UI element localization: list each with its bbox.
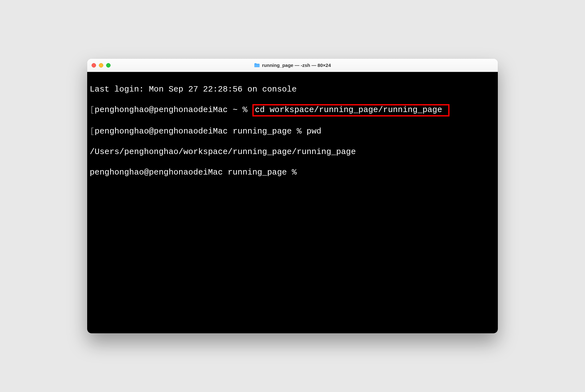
terminal-window: running_page — -zsh — 80×24 Last login: …: [87, 59, 498, 333]
terminal-body[interactable]: Last login: Mon Sep 27 22:28:56 on conso…: [87, 72, 498, 333]
highlighted-command: cd workspace/running_page/running_page: [252, 104, 450, 117]
bracket-open: [: [90, 127, 95, 136]
traffic-lights: [92, 63, 111, 68]
titlebar[interactable]: running_page — -zsh — 80×24: [87, 59, 498, 72]
terminal-output-line: Last login: Mon Sep 27 22:28:56 on conso…: [90, 84, 495, 95]
prompt-text: penghonghao@penghonaodeiMac ~ %: [95, 105, 252, 115]
window-title-text: running_page — -zsh — 80×24: [262, 62, 331, 68]
terminal-prompt-line[interactable]: penghonghao@penghonaodeiMac running_page…: [90, 167, 495, 178]
prompt-text: penghonghao@penghonaodeiMac running_page…: [90, 168, 302, 177]
terminal-prompt-line: [penghonghao@penghonaodeiMac running_pag…: [90, 126, 495, 137]
maximize-button[interactable]: [106, 63, 111, 68]
window-title: running_page — -zsh — 80×24: [254, 62, 331, 68]
close-button[interactable]: [92, 63, 96, 68]
command-text: pwd: [307, 127, 322, 136]
prompt-text: penghonghao@penghonaodeiMac running_page…: [95, 127, 307, 136]
folder-icon: [254, 63, 260, 68]
bracket-open: [: [90, 105, 95, 115]
minimize-button[interactable]: [99, 63, 103, 68]
terminal-output-line: /Users/penghonghao/workspace/running_pag…: [90, 147, 495, 157]
terminal-prompt-line: [penghonghao@penghonaodeiMac ~ % cd work…: [90, 105, 495, 116]
